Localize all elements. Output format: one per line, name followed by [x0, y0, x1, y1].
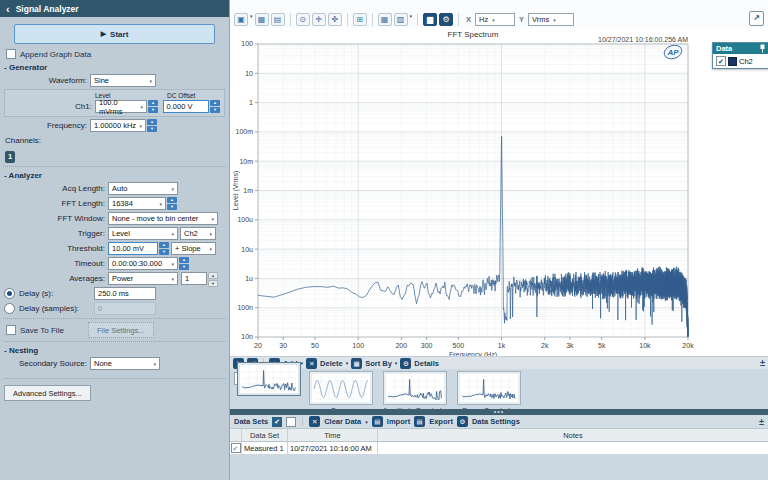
fft-length-spinner[interactable]: ▲ ▼ [167, 197, 177, 210]
back-icon[interactable]: ‹ [6, 4, 10, 14]
waveform-dropdown[interactable]: Sine ▾ [90, 74, 156, 87]
print-icon[interactable]: ▤ [271, 13, 285, 26]
secondary-source-dropdown[interactable]: None ▾ [90, 357, 160, 370]
spin-down-icon[interactable]: ▼ [147, 126, 157, 132]
trigger-channel-dropdown[interactable]: Ch2 ▾ [180, 227, 216, 240]
legend-item-ch2[interactable]: ✔ Ch2 [713, 54, 768, 68]
timeout-spinner[interactable]: ▲ ▼ [179, 257, 189, 270]
frequency-spinner[interactable]: ▲ ▼ [147, 119, 157, 132]
ch2-visibility-checkbox[interactable]: ✔ [716, 56, 726, 66]
row-checkbox[interactable]: ✔ [231, 443, 241, 453]
collapse-panel-icon[interactable]: ± [759, 417, 764, 427]
save-to-file-checkbox[interactable]: ✔ [6, 325, 16, 335]
import-button[interactable]: Import [387, 417, 410, 426]
gear-icon[interactable]: ⚙ [439, 13, 453, 26]
spin-down-icon[interactable]: ▼ [210, 107, 220, 113]
save-icon[interactable]: ▣ [234, 13, 248, 26]
averages-count-field[interactable]: 1 [181, 272, 207, 285]
timeout-dropdown[interactable]: 0.00:00:30.000 ▾ [108, 257, 178, 270]
spin-up-icon[interactable]: ▲ [148, 100, 158, 106]
threshold-field[interactable]: 10.00 mV [108, 242, 158, 255]
averages-count-spinner[interactable]: ▲ ▼ [208, 272, 218, 285]
delete-button[interactable]: Delete [320, 359, 343, 368]
file-settings-button[interactable]: File Settings... [88, 322, 154, 338]
chevron-down-icon[interactable]: ▾ [395, 360, 398, 366]
spin-down-icon[interactable]: ▼ [148, 107, 158, 113]
dc-offset-field[interactable]: 0.000 V [163, 100, 209, 113]
open-new-window-icon[interactable]: ↗ [749, 11, 764, 26]
delay-samples-radio[interactable] [4, 303, 15, 314]
delay-s-radio[interactable] [4, 288, 15, 299]
thumbnail-power-spectral[interactable]: Power Spectral... [456, 372, 522, 409]
nesting-section-header[interactable]: - Nesting [4, 346, 225, 355]
thumbnail-amplitude-spectral[interactable]: Amplitude Spectral... [382, 372, 448, 409]
data-settings-gear-icon[interactable]: ⚙ [457, 416, 468, 427]
spin-down-icon[interactable]: ▼ [167, 204, 177, 210]
spin-up-icon[interactable]: ▲ [179, 257, 189, 263]
column-header-time[interactable]: Time [288, 429, 378, 441]
dc-offset-spinner[interactable]: ▲ ▼ [210, 100, 220, 113]
zoom-icon[interactable]: ⊙ [296, 13, 310, 26]
chevron-down-icon[interactable]: ▾ [410, 13, 413, 19]
slope-dropdown[interactable]: + Slope ▾ [171, 242, 216, 255]
copy-image-icon[interactable]: ▦ [255, 13, 269, 26]
check-all-icon[interactable]: ✔ [272, 417, 282, 427]
spin-down-icon[interactable]: ▼ [208, 280, 218, 287]
advanced-settings-button[interactable]: Advanced Settings... [4, 385, 91, 401]
averages-type-dropdown[interactable]: Power ▾ [108, 272, 178, 285]
column-header-notes[interactable]: Notes [378, 429, 768, 441]
clear-data-icon[interactable]: ✕ [309, 416, 320, 427]
spin-up-icon[interactable]: ▲ [208, 272, 218, 279]
chevron-down-icon[interactable]: ▾ [250, 13, 253, 19]
x-unit-select[interactable]: Hz ▾ [475, 13, 515, 26]
delete-icon[interactable]: ✕ [306, 358, 317, 369]
collapse-panel-icon[interactable]: ± [760, 358, 765, 368]
fft-length-dropdown[interactable]: 16384 ▾ [108, 197, 166, 210]
spin-down-icon[interactable]: ▼ [179, 264, 189, 270]
start-button[interactable]: ▶ Start [14, 24, 215, 44]
channel-1-toggle[interactable]: 1 [5, 151, 15, 163]
analyzer-section-header[interactable]: - Analyzer [4, 171, 225, 180]
shrink-icon[interactable]: ✜ [328, 13, 342, 26]
details-gear-icon[interactable]: ⚙ [400, 358, 411, 369]
fft-spectrum-chart[interactable]: FFT Spectrum 10/27/2021 10:16:00.256 AM … [230, 28, 768, 356]
generator-section-header[interactable]: - Generator [4, 63, 225, 72]
table-row[interactable]: ✔ Measured 1 10/27/2021 10:16:00 AM [230, 442, 768, 455]
ch1-level-spinner[interactable]: ▲ ▼ [148, 100, 158, 113]
panels-layout-icon[interactable]: ⊞ [353, 13, 367, 26]
spin-up-icon[interactable]: ▲ [210, 100, 220, 106]
append-graph-data-checkbox[interactable]: ✔ [6, 49, 16, 59]
ch1-level-dropdown[interactable]: 100.0 mVrms ▾ [95, 100, 147, 113]
export-button[interactable]: Export [429, 417, 453, 426]
threshold-spinner[interactable]: ▲ ▼ [159, 242, 169, 255]
uncheck-all-icon[interactable]: ✔ [286, 417, 296, 427]
chart-settings-icon[interactable]: ▆ [423, 13, 437, 26]
delay-s-field[interactable]: 250.0 ms [94, 287, 156, 300]
sort-by-button[interactable]: Sort By [365, 359, 392, 368]
table-view-icon[interactable]: ▦ [378, 13, 392, 26]
column-header-data-set[interactable]: Data Set [242, 429, 288, 441]
sort-icon[interactable]: ▦ [351, 358, 362, 369]
clear-data-button[interactable]: Clear Data [324, 417, 361, 426]
thumbnail-scope[interactable]: Scope [308, 372, 374, 409]
image-view-icon[interactable]: ▧ [394, 13, 408, 26]
fft-window-dropdown[interactable]: None - move to bin center ▾ [108, 212, 218, 225]
chevron-down-icon[interactable]: ▾ [301, 360, 304, 366]
import-icon[interactable]: ▤ [372, 416, 383, 427]
export-icon[interactable]: ▤ [414, 416, 425, 427]
data-settings-button[interactable]: Data Settings [472, 417, 520, 426]
trigger-type-dropdown[interactable]: Level ▾ [108, 227, 178, 240]
frequency-dropdown[interactable]: 1.00000 kHz ▾ [90, 119, 146, 132]
details-button[interactable]: Details [414, 359, 439, 368]
pin-icon[interactable] [759, 44, 766, 53]
thumbnail-fft-spectrum[interactable]: FFT Spectrum [234, 372, 300, 385]
chevron-down-icon[interactable]: ▾ [365, 419, 368, 425]
chevron-down-icon[interactable]: ▾ [346, 360, 349, 366]
acq-length-dropdown[interactable]: Auto ▾ [108, 182, 178, 195]
expand-icon[interactable]: ✛ [312, 13, 326, 26]
y-unit-select[interactable]: Vrms ▾ [528, 13, 574, 26]
spin-up-icon[interactable]: ▲ [167, 197, 177, 203]
spin-up-icon[interactable]: ▲ [159, 242, 169, 248]
spin-up-icon[interactable]: ▲ [147, 119, 157, 125]
spin-down-icon[interactable]: ▼ [159, 249, 169, 255]
